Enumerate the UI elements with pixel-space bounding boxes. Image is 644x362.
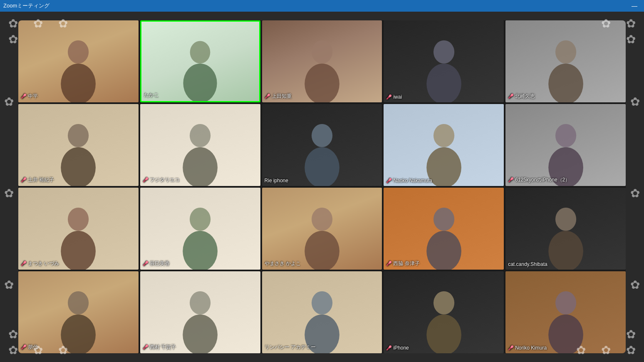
svg-point-16: [433, 124, 454, 147]
svg-point-5: [305, 63, 339, 102]
participant-name-6: 土井 裕紀子: [28, 176, 54, 183]
svg-point-28: [555, 208, 576, 231]
svg-point-2: [190, 41, 211, 63]
participant-label-14: 🎤西脇 奈津子: [386, 260, 419, 267]
participant-label-17: 🎤西村 千賀子: [143, 344, 176, 351]
video-cell-4: 🎤iwai: [384, 20, 504, 102]
participant-label-1: 🎤中平: [21, 93, 38, 100]
svg-point-37: [426, 314, 461, 353]
title-bar-text: Zoomミーティング: [3, 2, 50, 10]
video-cell-19: 🎤iPhone: [384, 271, 504, 353]
participant-name-17: 西村 千賀子: [150, 344, 176, 351]
participant-name-7: フジタリエコ: [150, 176, 180, 183]
svg-point-21: [61, 231, 96, 270]
participant-name-18: リンパシー アカデミー: [265, 344, 316, 351]
participant-label-9: 🎤Naoko Nakamura: [386, 178, 432, 183]
svg-point-33: [183, 314, 218, 353]
svg-point-18: [555, 124, 576, 147]
svg-point-25: [305, 231, 339, 270]
svg-point-8: [555, 40, 576, 64]
participant-name-3: 上田知重: [272, 93, 292, 100]
svg-point-22: [190, 208, 211, 231]
svg-point-3: [183, 63, 217, 101]
svg-point-9: [548, 63, 583, 102]
svg-point-30: [68, 291, 89, 315]
participant-name-19: iPhone: [393, 345, 409, 351]
mute-icon: 🎤: [21, 177, 27, 183]
svg-point-1: [61, 63, 96, 102]
video-cell-5: 🎤北崎久恵: [505, 20, 626, 102]
participant-label-3: 🎤上田知重: [265, 93, 292, 100]
svg-point-38: [555, 291, 576, 315]
svg-point-12: [190, 124, 211, 147]
svg-point-31: [61, 314, 96, 353]
svg-point-24: [312, 208, 332, 231]
video-cell-15: cat.candy.Shibata: [505, 188, 626, 270]
mute-icon: 🎤: [508, 94, 514, 99]
video-cell-1: 🎤中平: [18, 20, 139, 102]
video-cell-18: リンパシー アカデミー: [262, 271, 382, 353]
participant-name-9: Naoko Nakamura: [393, 178, 432, 183]
mute-icon: 🎤: [21, 261, 27, 266]
mute-icon: 🎤: [508, 177, 514, 183]
participant-label-2: たかこ: [144, 92, 159, 99]
video-cell-7: 🎤フジタリエコ: [140, 104, 260, 186]
svg-point-6: [433, 40, 454, 64]
participant-name-16: 朋代: [28, 344, 38, 351]
svg-point-29: [548, 231, 583, 270]
video-grid: 🎤中平 たかこ 🎤上田知重 🎤iwai 🎤北崎久恵 🎤土井 裕紀子 🎤フジタリエ…: [18, 20, 626, 353]
participant-name-11: まつき いづみ: [28, 260, 59, 267]
video-cell-17: 🎤西村 千賀子: [140, 271, 260, 353]
svg-point-36: [433, 291, 454, 315]
mute-icon: 🎤: [143, 345, 149, 350]
participant-label-16: 🎤朋代: [21, 344, 38, 351]
svg-point-26: [433, 208, 454, 231]
mute-icon: 🎤: [143, 261, 149, 266]
svg-point-13: [183, 147, 218, 186]
video-cell-12: 🎤辰巳美香: [140, 188, 260, 270]
svg-point-39: [548, 314, 583, 353]
mute-icon: 🎤: [386, 345, 392, 351]
video-cell-10: 🎤6125kyonのiPhone（2）: [505, 104, 626, 186]
svg-point-4: [312, 40, 332, 64]
svg-point-34: [312, 291, 332, 315]
participant-label-20: 🎤Noriko Kimura: [508, 345, 547, 351]
video-cell-11: 🎤まつき いづみ: [18, 188, 139, 270]
video-cell-9: 🎤Naoko Nakamura: [384, 104, 504, 186]
participant-name-2: たかこ: [144, 92, 159, 99]
video-cell-20: 🎤Noriko Kimura: [505, 271, 626, 353]
svg-point-14: [312, 124, 332, 147]
participant-label-6: 🎤土井 裕紀子: [21, 176, 54, 183]
svg-point-11: [61, 147, 96, 186]
svg-point-7: [426, 63, 461, 102]
video-cell-2: たかこ: [140, 20, 260, 102]
svg-point-27: [426, 231, 461, 270]
participant-name-10: 6125kyonのiPhone（2）: [515, 176, 570, 183]
mute-icon: 🎤: [21, 94, 27, 99]
svg-point-10: [68, 124, 89, 147]
participant-name-12: 辰巳美香: [150, 260, 170, 267]
participant-label-12: 🎤辰巳美香: [143, 260, 170, 267]
svg-point-20: [68, 208, 89, 231]
participant-label-19: 🎤iPhone: [386, 345, 409, 351]
participant-label-7: 🎤フジタリエコ: [143, 176, 180, 183]
svg-point-32: [190, 291, 211, 315]
participant-name-1: 中平: [28, 93, 38, 100]
participant-label-18: リンパシー アカデミー: [265, 344, 316, 351]
video-cell-16: 🎤朋代: [18, 271, 139, 353]
participant-name-20: Noriko Kimura: [515, 345, 547, 351]
video-cell-14: 🎤西脇 奈津子: [384, 188, 504, 270]
participant-label-10: 🎤6125kyonのiPhone（2）: [508, 176, 570, 183]
participant-name-8: Rie iphone: [265, 178, 288, 183]
main-area: ✿ ✿ ✿ ✿ ✿ ✿ ✿ ✿ ✿ ✿ ✿ ✿ ✿ ✿ ✿ ✿ ✿ ✿ ✿ ✿ …: [0, 12, 644, 362]
participant-name-14: 西脇 奈津子: [393, 260, 419, 267]
mute-icon: 🎤: [143, 177, 149, 183]
video-cell-13: やまさき かよこ: [262, 188, 382, 270]
participant-name-5: 北崎久恵: [515, 93, 535, 100]
mute-icon: 🎤: [265, 94, 270, 99]
participant-label-11: 🎤まつき いづみ: [21, 260, 59, 267]
video-cell-3: 🎤上田知重: [262, 20, 382, 102]
mute-icon: 🎤: [386, 94, 392, 100]
participant-label-4: 🎤iwai: [386, 94, 402, 100]
minimize-button[interactable]: —: [632, 2, 637, 9]
